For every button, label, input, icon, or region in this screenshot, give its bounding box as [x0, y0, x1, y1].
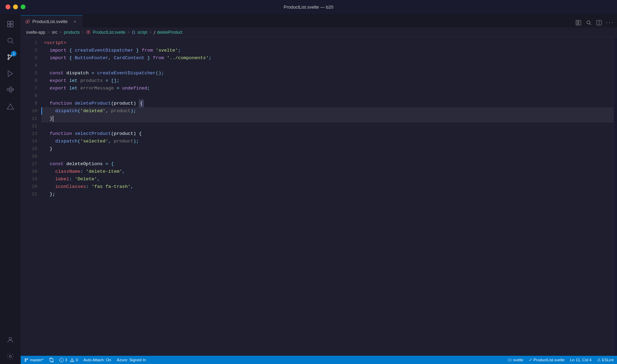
status-azure[interactable]: Azure: Signed In	[117, 358, 146, 362]
svg-marker-17	[7, 104, 13, 109]
svg-point-27	[25, 358, 26, 359]
breadcrumb-sep-2: >	[59, 30, 62, 35]
traffic-lights	[6, 4, 25, 9]
code-content: <script> import { createEventDispatcher …	[41, 37, 614, 356]
breadcrumb-src[interactable]: src	[52, 30, 57, 35]
svg-rect-14	[10, 87, 12, 89]
status-auto-attach[interactable]: Auto Attach: On	[83, 358, 111, 362]
code-line-20: iconClasses: 'fas fa-trash',	[41, 183, 614, 191]
breadcrumb-productlist-file[interactable]: ProductList.svelte	[93, 30, 125, 35]
split-editor-button[interactable]	[574, 18, 583, 28]
code-editor[interactable]: 12345 678910 1112131415 1617181920 21 <s…	[21, 37, 617, 356]
svg-point-37	[72, 361, 72, 361]
code-line-10: dispatch('deleted', product);	[41, 107, 614, 115]
status-branch[interactable]: master*	[24, 358, 44, 362]
breadcrumb-svelte-app[interactable]: svelte-app	[26, 30, 45, 35]
svg-rect-1	[11, 21, 13, 24]
status-eslint[interactable]: ⚠ ESLint	[597, 357, 614, 362]
svg-rect-16	[12, 88, 14, 90]
tab-bar: ⦿ ProductList.svelte ×	[21, 14, 617, 28]
code-line-4	[41, 62, 614, 69]
app-body: 1	[0, 14, 617, 364]
svg-line-24	[590, 24, 591, 25]
code-line-14: dispatch('selected', product);	[41, 138, 614, 145]
svg-point-28	[27, 358, 28, 359]
status-errors[interactable]: ! 3 0	[59, 358, 78, 362]
svg-point-4	[8, 38, 12, 43]
titlebar: ProductList.svelte — b20	[0, 0, 617, 14]
svg-point-6	[8, 55, 9, 56]
line-numbers: 12345 678910 1112131415 1617181920 21	[21, 37, 41, 356]
code-line-12	[41, 122, 614, 130]
warning-count: 0	[76, 358, 78, 362]
code-line-1: <script>	[41, 39, 614, 47]
activity-icon-run[interactable]	[3, 66, 18, 81]
activity-icon-explorer[interactable]	[3, 17, 18, 32]
activity-icon-extensions[interactable]	[3, 83, 18, 98]
breadcrumb-delete-product[interactable]: deleteProduct	[157, 30, 182, 35]
activity-icon-source-control[interactable]: 1	[3, 50, 18, 65]
status-sync[interactable]	[49, 358, 54, 362]
code-line-8	[41, 92, 614, 100]
code-line-15: }	[41, 145, 614, 153]
breadcrumb-script-icon: ⟨⟩	[132, 30, 135, 35]
status-check-file[interactable]: ✓ ProductList.svelte	[529, 357, 565, 362]
svg-rect-15	[10, 90, 12, 92]
svg-text:!: !	[61, 358, 62, 362]
editor-container: ⦿ ProductList.svelte ×	[21, 14, 617, 364]
activity-icon-account[interactable]	[3, 332, 18, 347]
breadcrumb-sep-1: >	[47, 30, 50, 35]
svg-line-11	[9, 56, 12, 58]
svg-rect-3	[11, 24, 13, 27]
code-line-13: function selectProduct(product) {	[41, 130, 614, 138]
svg-point-8	[8, 58, 9, 60]
code-line-9: function deleteProduct(product) {	[41, 100, 614, 107]
window-title: ProductList.svelte — b20	[284, 4, 334, 10]
code-line-11: }	[41, 115, 614, 122]
activity-icon-triangle[interactable]	[3, 99, 18, 114]
svg-rect-0	[8, 21, 10, 24]
breadcrumb: svelte-app > src > products > ⦿ ProductL…	[21, 28, 617, 37]
source-control-badge: 1	[11, 51, 17, 56]
status-svelte[interactable]: svelte	[508, 358, 523, 362]
svg-point-23	[587, 21, 590, 24]
breadcrumb-products[interactable]: products	[64, 30, 80, 35]
svg-point-38	[508, 359, 511, 361]
svg-rect-21	[579, 20, 581, 25]
minimap	[614, 37, 617, 356]
svg-point-29	[25, 361, 26, 362]
tab-productlist[interactable]: ⦿ ProductList.svelte ×	[21, 15, 82, 28]
breadcrumb-sep-5: >	[149, 30, 152, 35]
svg-point-18	[9, 338, 11, 340]
svg-rect-2	[8, 24, 10, 27]
status-position[interactable]: Ln 11, Col 4	[570, 358, 592, 362]
code-line-18: className: 'delete-item',	[41, 168, 614, 175]
more-actions-button[interactable]: ···	[605, 18, 614, 28]
tab-close-button[interactable]: ×	[72, 19, 78, 25]
code-line-7: export let errorMessage = undefined;	[41, 85, 614, 92]
search-button[interactable]	[584, 18, 594, 28]
svg-point-19	[9, 355, 11, 357]
breadcrumb-fn-icon: 𝑓	[154, 30, 155, 35]
maximize-button[interactable]	[21, 4, 25, 9]
activity-icon-settings[interactable]	[3, 349, 18, 364]
svg-marker-12	[8, 71, 13, 77]
activity-icon-search[interactable]	[3, 33, 18, 48]
status-right: svelte ✓ ProductList.svelte Ln 11, Col 4…	[508, 357, 614, 362]
layout-button[interactable]	[594, 18, 604, 28]
code-line-6: export let products = [];	[41, 77, 614, 85]
branch-name: master*	[30, 358, 44, 362]
tab-bar-actions: ···	[574, 18, 617, 28]
svg-line-5	[12, 42, 13, 44]
code-line-19: label: 'Delete',	[41, 175, 614, 183]
status-bar: master* ! 3 0	[21, 356, 617, 364]
breadcrumb-sep-4: >	[127, 30, 130, 35]
close-button[interactable]	[6, 4, 10, 9]
code-line-17: const deleteOptions = {	[41, 160, 614, 168]
code-line-3: import { ButtonFooter, CardContent } fro…	[41, 54, 614, 62]
code-line-21: };	[41, 191, 614, 198]
code-line-16	[41, 153, 614, 160]
tab-filename: ProductList.svelte	[32, 19, 68, 24]
breadcrumb-script[interactable]: script	[137, 30, 147, 35]
minimize-button[interactable]	[13, 4, 18, 9]
